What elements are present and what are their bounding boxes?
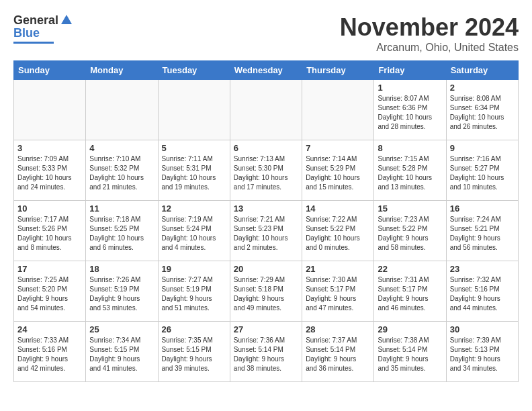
day-info: Sunrise: 7:21 AM Sunset: 5:23 PM Dayligh… (234, 215, 298, 253)
day-info: Sunrise: 7:27 AM Sunset: 5:19 PM Dayligh… (162, 275, 226, 313)
weekday-header: Saturday (446, 61, 518, 80)
day-number: 10 (17, 203, 82, 214)
weekday-header: Friday (374, 61, 446, 80)
calendar-cell: 20Sunrise: 7:29 AM Sunset: 5:18 PM Dayli… (230, 261, 302, 322)
day-number: 2 (450, 83, 515, 93)
day-info: Sunrise: 7:17 AM Sunset: 5:26 PM Dayligh… (17, 215, 82, 253)
calendar-cell: 11Sunrise: 7:18 AM Sunset: 5:25 PM Dayli… (86, 201, 158, 261)
day-number: 28 (306, 324, 370, 334)
calendar-cell: 6Sunrise: 7:13 AM Sunset: 5:30 PM Daylig… (230, 140, 302, 201)
day-number: 12 (162, 203, 226, 214)
calendar-cell: 24Sunrise: 7:33 AM Sunset: 5:16 PM Dayli… (14, 322, 86, 382)
day-info: Sunrise: 7:13 AM Sunset: 5:30 PM Dayligh… (234, 154, 298, 192)
calendar-cell: 28Sunrise: 7:37 AM Sunset: 5:14 PM Dayli… (302, 322, 374, 382)
day-info: Sunrise: 7:37 AM Sunset: 5:14 PM Dayligh… (306, 336, 370, 373)
calendar-cell: 26Sunrise: 7:35 AM Sunset: 5:15 PM Dayli… (158, 322, 230, 382)
day-info: Sunrise: 7:34 AM Sunset: 5:15 PM Dayligh… (89, 336, 154, 373)
day-info: Sunrise: 7:09 AM Sunset: 5:33 PM Dayligh… (17, 154, 82, 192)
calendar-week-row: 24Sunrise: 7:33 AM Sunset: 5:16 PM Dayli… (14, 322, 519, 382)
day-info: Sunrise: 7:38 AM Sunset: 5:14 PM Dayligh… (378, 336, 442, 373)
day-info: Sunrise: 7:16 AM Sunset: 5:27 PM Dayligh… (450, 154, 515, 192)
day-info: Sunrise: 7:18 AM Sunset: 5:25 PM Dayligh… (89, 215, 154, 253)
weekday-header: Wednesday (230, 61, 302, 80)
calendar-week-row: 3Sunrise: 7:09 AM Sunset: 5:33 PM Daylig… (14, 140, 519, 201)
calendar-cell: 8Sunrise: 7:15 AM Sunset: 5:28 PM Daylig… (374, 140, 446, 201)
day-number: 7 (306, 143, 370, 153)
calendar-cell: 21Sunrise: 7:30 AM Sunset: 5:17 PM Dayli… (302, 261, 374, 322)
calendar-cell (86, 80, 158, 140)
day-number: 3 (17, 143, 82, 153)
day-number: 14 (306, 203, 370, 214)
calendar-cell: 29Sunrise: 7:38 AM Sunset: 5:14 PM Dayli… (374, 322, 446, 382)
calendar-cell: 14Sunrise: 7:22 AM Sunset: 5:22 PM Dayli… (302, 201, 374, 261)
day-info: Sunrise: 7:22 AM Sunset: 5:22 PM Dayligh… (306, 215, 370, 253)
calendar-cell: 10Sunrise: 7:17 AM Sunset: 5:26 PM Dayli… (14, 201, 86, 261)
logo-general: General (13, 14, 58, 28)
header-row: SundayMondayTuesdayWednesdayThursdayFrid… (14, 61, 519, 80)
day-number: 24 (17, 324, 82, 334)
calendar-cell: 27Sunrise: 7:36 AM Sunset: 5:14 PM Dayli… (230, 322, 302, 382)
weekday-header: Tuesday (158, 61, 230, 80)
day-number: 22 (378, 264, 442, 274)
location: Arcanum, Ohio, United States (340, 42, 519, 54)
header: General Blue November 2024 Arcanum, Ohio… (13, 13, 519, 54)
day-info: Sunrise: 7:25 AM Sunset: 5:20 PM Dayligh… (17, 275, 82, 313)
calendar-cell: 3Sunrise: 7:09 AM Sunset: 5:33 PM Daylig… (14, 140, 86, 201)
calendar-cell: 2Sunrise: 8:08 AM Sunset: 6:34 PM Daylig… (446, 80, 518, 140)
day-number: 27 (234, 324, 298, 334)
calendar-cell: 17Sunrise: 7:25 AM Sunset: 5:20 PM Dayli… (14, 261, 86, 322)
calendar-cell: 9Sunrise: 7:16 AM Sunset: 5:27 PM Daylig… (446, 140, 518, 201)
calendar-cell: 7Sunrise: 7:14 AM Sunset: 5:29 PM Daylig… (302, 140, 374, 201)
calendar-cell: 30Sunrise: 7:39 AM Sunset: 5:13 PM Dayli… (446, 322, 518, 382)
svg-marker-0 (61, 15, 72, 24)
day-number: 21 (306, 264, 370, 274)
logo: General Blue (13, 13, 73, 44)
day-number: 25 (89, 324, 154, 334)
day-number: 5 (162, 143, 226, 153)
calendar-cell: 19Sunrise: 7:27 AM Sunset: 5:19 PM Dayli… (158, 261, 230, 322)
day-info: Sunrise: 7:24 AM Sunset: 5:21 PM Dayligh… (450, 215, 515, 253)
day-number: 23 (450, 264, 515, 274)
calendar-cell: 13Sunrise: 7:21 AM Sunset: 5:23 PM Dayli… (230, 201, 302, 261)
day-info: Sunrise: 7:14 AM Sunset: 5:29 PM Dayligh… (306, 154, 370, 192)
day-number: 9 (450, 143, 515, 153)
day-info: Sunrise: 7:36 AM Sunset: 5:14 PM Dayligh… (234, 336, 298, 373)
day-info: Sunrise: 7:35 AM Sunset: 5:15 PM Dayligh… (162, 336, 226, 373)
day-info: Sunrise: 7:29 AM Sunset: 5:18 PM Dayligh… (234, 275, 298, 313)
calendar-cell: 12Sunrise: 7:19 AM Sunset: 5:24 PM Dayli… (158, 201, 230, 261)
day-number: 8 (378, 143, 442, 153)
day-info: Sunrise: 8:07 AM Sunset: 6:36 PM Dayligh… (378, 94, 442, 132)
calendar-cell: 22Sunrise: 7:31 AM Sunset: 5:17 PM Dayli… (374, 261, 446, 322)
calendar-week-row: 17Sunrise: 7:25 AM Sunset: 5:20 PM Dayli… (14, 261, 519, 322)
day-info: Sunrise: 7:19 AM Sunset: 5:24 PM Dayligh… (162, 215, 226, 253)
day-number: 15 (378, 203, 442, 214)
day-info: Sunrise: 7:26 AM Sunset: 5:19 PM Dayligh… (89, 275, 154, 313)
day-number: 6 (234, 143, 298, 153)
month-title: November 2024 (340, 13, 519, 42)
day-info: Sunrise: 7:39 AM Sunset: 5:13 PM Dayligh… (450, 336, 515, 373)
calendar-cell (14, 80, 86, 140)
calendar-cell: 5Sunrise: 7:11 AM Sunset: 5:31 PM Daylig… (158, 140, 230, 201)
logo-blue: Blue (13, 27, 40, 40)
day-info: Sunrise: 7:23 AM Sunset: 5:22 PM Dayligh… (378, 215, 442, 253)
day-info: Sunrise: 7:32 AM Sunset: 5:16 PM Dayligh… (450, 275, 515, 313)
calendar-cell: 16Sunrise: 7:24 AM Sunset: 5:21 PM Dayli… (446, 201, 518, 261)
day-number: 16 (450, 203, 515, 214)
day-number: 11 (89, 203, 154, 214)
day-number: 4 (89, 143, 154, 153)
day-number: 19 (162, 264, 226, 274)
day-number: 30 (450, 324, 515, 334)
day-number: 17 (17, 264, 82, 274)
calendar-cell: 23Sunrise: 7:32 AM Sunset: 5:16 PM Dayli… (446, 261, 518, 322)
day-number: 20 (234, 264, 298, 274)
day-info: Sunrise: 7:30 AM Sunset: 5:17 PM Dayligh… (306, 275, 370, 313)
day-number: 26 (162, 324, 226, 334)
logo-icon (60, 13, 73, 26)
calendar-cell: 25Sunrise: 7:34 AM Sunset: 5:15 PM Dayli… (86, 322, 158, 382)
weekday-header: Thursday (302, 61, 374, 80)
calendar-cell (230, 80, 302, 140)
weekday-header: Sunday (14, 61, 86, 80)
day-info: Sunrise: 7:33 AM Sunset: 5:16 PM Dayligh… (17, 336, 82, 373)
calendar-week-row: 1Sunrise: 8:07 AM Sunset: 6:36 PM Daylig… (14, 80, 519, 140)
day-info: Sunrise: 7:10 AM Sunset: 5:32 PM Dayligh… (89, 154, 154, 192)
